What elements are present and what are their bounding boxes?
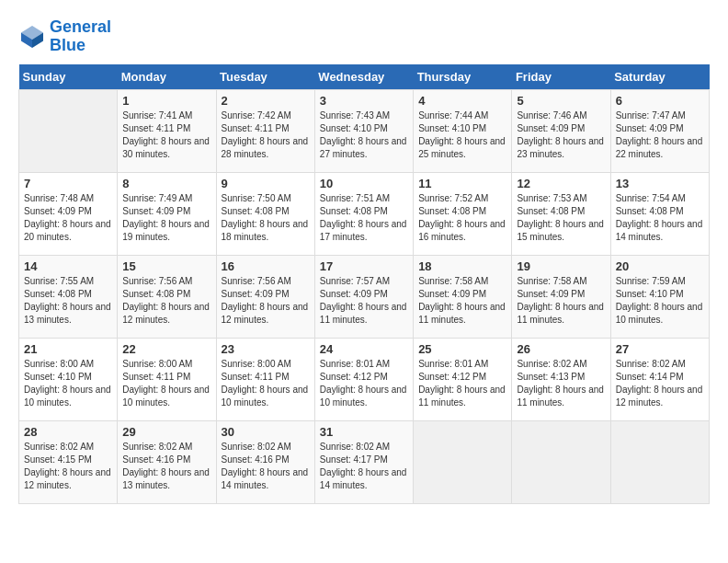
day-number: 12 — [517, 177, 605, 190]
calendar-cell: 14 Sunrise: 7:55 AM Sunset: 4:08 PM Dayl… — [19, 255, 118, 338]
calendar-table: SundayMondayTuesdayWednesdayThursdayFrid… — [18, 64, 710, 504]
day-number: 11 — [418, 177, 506, 190]
day-number: 25 — [418, 342, 506, 356]
calendar-cell — [512, 420, 610, 503]
day-info: Sunrise: 7:44 AM Sunset: 4:10 PM Dayligh… — [418, 109, 506, 161]
day-number: 21 — [24, 342, 112, 356]
weekday-header: Monday — [118, 64, 216, 90]
calendar-cell: 7 Sunrise: 7:48 AM Sunset: 4:09 PM Dayli… — [19, 172, 118, 255]
calendar-cell: 18 Sunrise: 7:58 AM Sunset: 4:09 PM Dayl… — [414, 255, 512, 338]
weekday-header: Wednesday — [314, 64, 413, 90]
calendar-cell: 27 Sunrise: 8:02 AM Sunset: 4:14 PM Dayl… — [610, 338, 709, 420]
day-number: 4 — [418, 94, 506, 108]
day-info: Sunrise: 7:46 AM Sunset: 4:09 PM Dayligh… — [517, 109, 605, 161]
day-number: 7 — [24, 177, 112, 190]
calendar-cell: 29 Sunrise: 8:02 AM Sunset: 4:16 PM Dayl… — [118, 420, 216, 503]
weekday-header: Tuesday — [216, 64, 314, 90]
day-info: Sunrise: 8:02 AM Sunset: 4:14 PM Dayligh… — [616, 358, 704, 409]
day-info: Sunrise: 8:02 AM Sunset: 4:16 PM Dayligh… — [222, 441, 310, 492]
day-number: 27 — [616, 342, 704, 356]
day-number: 31 — [320, 425, 408, 439]
calendar-cell: 19 Sunrise: 7:58 AM Sunset: 4:09 PM Dayl… — [512, 255, 610, 338]
day-info: Sunrise: 7:47 AM Sunset: 4:09 PM Dayligh… — [616, 109, 704, 161]
calendar-cell: 31 Sunrise: 8:02 AM Sunset: 4:17 PM Dayl… — [314, 420, 413, 503]
calendar-cell: 9 Sunrise: 7:50 AM Sunset: 4:08 PM Dayli… — [216, 172, 314, 255]
logo: General Blue — [18, 18, 111, 55]
calendar-cell: 28 Sunrise: 8:02 AM Sunset: 4:15 PM Dayl… — [19, 420, 118, 503]
day-number: 20 — [616, 259, 704, 273]
calendar-cell: 30 Sunrise: 8:02 AM Sunset: 4:16 PM Dayl… — [216, 420, 314, 503]
day-info: Sunrise: 7:52 AM Sunset: 4:08 PM Dayligh… — [418, 192, 506, 244]
day-info: Sunrise: 7:53 AM Sunset: 4:08 PM Dayligh… — [517, 192, 605, 244]
day-info: Sunrise: 7:51 AM Sunset: 4:08 PM Dayligh… — [320, 192, 408, 244]
day-info: Sunrise: 8:02 AM Sunset: 4:15 PM Dayligh… — [24, 441, 112, 492]
day-info: Sunrise: 7:43 AM Sunset: 4:10 PM Dayligh… — [320, 109, 408, 161]
day-info: Sunrise: 8:02 AM Sunset: 4:13 PM Dayligh… — [517, 358, 605, 409]
calendar-cell: 4 Sunrise: 7:44 AM Sunset: 4:10 PM Dayli… — [414, 89, 512, 172]
day-info: Sunrise: 8:00 AM Sunset: 4:11 PM Dayligh… — [222, 358, 310, 409]
day-number: 16 — [222, 259, 310, 273]
day-number: 29 — [122, 425, 210, 439]
day-number: 13 — [616, 177, 704, 190]
day-number: 10 — [320, 177, 408, 190]
calendar-cell: 23 Sunrise: 8:00 AM Sunset: 4:11 PM Dayl… — [216, 338, 314, 420]
day-number: 19 — [517, 259, 605, 273]
day-number: 24 — [320, 342, 408, 356]
weekday-header: Friday — [512, 64, 610, 90]
calendar-cell: 10 Sunrise: 7:51 AM Sunset: 4:08 PM Dayl… — [314, 172, 413, 255]
day-number: 3 — [320, 94, 408, 108]
calendar-cell: 2 Sunrise: 7:42 AM Sunset: 4:11 PM Dayli… — [216, 89, 314, 172]
weekday-header-row: SundayMondayTuesdayWednesdayThursdayFrid… — [19, 64, 710, 90]
day-number: 30 — [222, 425, 310, 439]
day-info: Sunrise: 8:01 AM Sunset: 4:12 PM Dayligh… — [320, 358, 408, 409]
day-number: 22 — [122, 342, 210, 356]
day-info: Sunrise: 7:56 AM Sunset: 4:08 PM Dayligh… — [122, 275, 210, 327]
day-number: 9 — [222, 177, 310, 190]
calendar-cell: 11 Sunrise: 7:52 AM Sunset: 4:08 PM Dayl… — [414, 172, 512, 255]
day-number: 18 — [418, 259, 506, 273]
day-info: Sunrise: 8:02 AM Sunset: 4:17 PM Dayligh… — [320, 441, 408, 492]
day-info: Sunrise: 7:49 AM Sunset: 4:09 PM Dayligh… — [122, 192, 210, 244]
day-info: Sunrise: 7:56 AM Sunset: 4:09 PM Dayligh… — [222, 275, 310, 327]
calendar-cell: 26 Sunrise: 8:02 AM Sunset: 4:13 PM Dayl… — [512, 338, 610, 420]
day-info: Sunrise: 7:59 AM Sunset: 4:10 PM Dayligh… — [616, 275, 704, 327]
calendar-cell: 5 Sunrise: 7:46 AM Sunset: 4:09 PM Dayli… — [512, 89, 610, 172]
page-header: General Blue — [18, 18, 710, 55]
day-info: Sunrise: 7:58 AM Sunset: 4:09 PM Dayligh… — [418, 275, 506, 327]
day-info: Sunrise: 7:48 AM Sunset: 4:09 PM Dayligh… — [24, 192, 112, 244]
day-number: 1 — [122, 94, 210, 108]
day-number: 14 — [24, 259, 112, 273]
calendar-cell — [610, 420, 709, 503]
day-info: Sunrise: 7:57 AM Sunset: 4:09 PM Dayligh… — [320, 275, 408, 327]
calendar-cell — [414, 420, 512, 503]
calendar-cell: 25 Sunrise: 8:01 AM Sunset: 4:12 PM Dayl… — [414, 338, 512, 420]
weekday-header: Sunday — [19, 64, 118, 90]
calendar-cell: 15 Sunrise: 7:56 AM Sunset: 4:08 PM Dayl… — [118, 255, 216, 338]
day-number: 28 — [24, 425, 112, 439]
calendar-cell — [19, 89, 118, 172]
day-info: Sunrise: 8:01 AM Sunset: 4:12 PM Dayligh… — [418, 358, 506, 409]
calendar-cell: 17 Sunrise: 7:57 AM Sunset: 4:09 PM Dayl… — [314, 255, 413, 338]
calendar-week-row: 21 Sunrise: 8:00 AM Sunset: 4:10 PM Dayl… — [19, 338, 710, 420]
calendar-week-row: 7 Sunrise: 7:48 AM Sunset: 4:09 PM Dayli… — [19, 172, 710, 255]
calendar-cell: 12 Sunrise: 7:53 AM Sunset: 4:08 PM Dayl… — [512, 172, 610, 255]
day-number: 6 — [616, 94, 704, 108]
calendar-cell: 22 Sunrise: 8:00 AM Sunset: 4:11 PM Dayl… — [118, 338, 216, 420]
day-number: 8 — [122, 177, 210, 190]
calendar-cell: 1 Sunrise: 7:41 AM Sunset: 4:11 PM Dayli… — [118, 89, 216, 172]
day-number: 5 — [517, 94, 605, 108]
day-number: 23 — [222, 342, 310, 356]
day-info: Sunrise: 8:00 AM Sunset: 4:11 PM Dayligh… — [122, 358, 210, 409]
day-info: Sunrise: 8:02 AM Sunset: 4:16 PM Dayligh… — [122, 441, 210, 492]
day-number: 26 — [517, 342, 605, 356]
logo-text: General Blue — [50, 18, 111, 55]
calendar-cell: 16 Sunrise: 7:56 AM Sunset: 4:09 PM Dayl… — [216, 255, 314, 338]
day-info: Sunrise: 7:50 AM Sunset: 4:08 PM Dayligh… — [222, 192, 310, 244]
day-number: 17 — [320, 259, 408, 273]
calendar-cell: 13 Sunrise: 7:54 AM Sunset: 4:08 PM Dayl… — [610, 172, 709, 255]
day-info: Sunrise: 7:55 AM Sunset: 4:08 PM Dayligh… — [24, 275, 112, 327]
calendar-week-row: 1 Sunrise: 7:41 AM Sunset: 4:11 PM Dayli… — [19, 89, 710, 172]
calendar-cell: 24 Sunrise: 8:01 AM Sunset: 4:12 PM Dayl… — [314, 338, 413, 420]
logo-icon — [18, 23, 46, 51]
calendar-cell: 21 Sunrise: 8:00 AM Sunset: 4:10 PM Dayl… — [19, 338, 118, 420]
